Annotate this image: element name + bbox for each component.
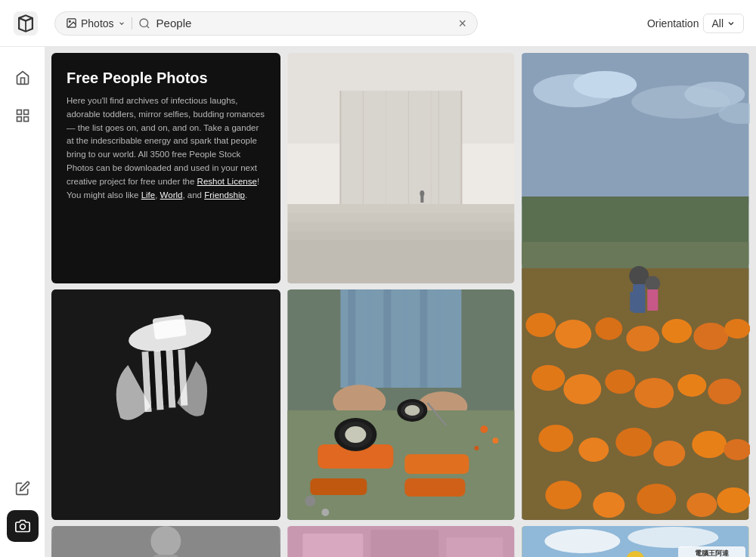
svg-point-30 bbox=[574, 71, 637, 98]
svg-point-64 bbox=[637, 484, 677, 514]
svg-point-105 bbox=[150, 526, 181, 556]
sidebar-item-home[interactable] bbox=[7, 62, 39, 94]
world-link[interactable]: World bbox=[160, 190, 183, 200]
svg-point-61 bbox=[724, 439, 750, 460]
svg-rect-110 bbox=[446, 537, 503, 557]
search-input[interactable] bbox=[156, 17, 453, 29]
sidebar-item-edit[interactable] bbox=[7, 472, 39, 504]
svg-point-100 bbox=[492, 438, 498, 444]
svg-point-56 bbox=[539, 425, 574, 452]
svg-point-113 bbox=[545, 529, 621, 553]
svg-point-44 bbox=[556, 320, 592, 348]
orientation-select[interactable]: All bbox=[703, 14, 744, 33]
search-bar: Photos × bbox=[54, 11, 478, 36]
svg-point-47 bbox=[662, 319, 692, 343]
svg-point-95 bbox=[345, 426, 366, 443]
svg-rect-96 bbox=[404, 454, 469, 474]
watchmaker-image[interactable] bbox=[287, 289, 516, 520]
svg-point-102 bbox=[305, 496, 315, 506]
svg-point-25 bbox=[420, 190, 424, 196]
svg-point-99 bbox=[480, 425, 488, 433]
life-link[interactable]: Life bbox=[141, 190, 156, 200]
svg-point-54 bbox=[678, 374, 707, 397]
orientation-label: Orientation bbox=[647, 17, 699, 29]
info-card-body: Here you'll find archives of infectious … bbox=[67, 94, 265, 203]
svg-rect-78 bbox=[340, 289, 461, 388]
svg-rect-22 bbox=[287, 222, 514, 231]
svg-rect-42 bbox=[648, 289, 658, 311]
svg-rect-108 bbox=[302, 534, 363, 557]
sidebar-item-camera[interactable] bbox=[7, 510, 39, 542]
pink-building-image[interactable] bbox=[287, 526, 516, 557]
svg-rect-21 bbox=[287, 213, 514, 222]
orientation-filter: Orientation All bbox=[647, 14, 744, 33]
svg-point-49 bbox=[725, 319, 750, 339]
svg-point-53 bbox=[635, 378, 674, 408]
svg-point-90 bbox=[404, 405, 420, 416]
svg-point-45 bbox=[596, 317, 623, 340]
svg-point-9 bbox=[20, 525, 25, 530]
svg-rect-39 bbox=[631, 292, 638, 311]
pumpkin-field-image[interactable] bbox=[521, 53, 750, 520]
svg-point-3 bbox=[140, 19, 148, 27]
friendship-link[interactable]: Friendship bbox=[204, 190, 245, 200]
svg-point-46 bbox=[627, 326, 660, 351]
svg-line-4 bbox=[147, 26, 149, 28]
svg-rect-40 bbox=[638, 292, 646, 311]
svg-point-55 bbox=[708, 379, 742, 404]
sidebar bbox=[0, 47, 45, 557]
architecture-image[interactable] bbox=[287, 53, 516, 283]
svg-rect-26 bbox=[420, 196, 423, 203]
grey-person-image[interactable] bbox=[51, 526, 280, 557]
svg-point-103 bbox=[321, 509, 329, 516]
search-type-label: Photos bbox=[81, 17, 114, 29]
bw-figure-image[interactable] bbox=[51, 289, 280, 520]
svg-point-57 bbox=[579, 438, 609, 462]
svg-point-43 bbox=[526, 313, 556, 337]
svg-point-48 bbox=[694, 323, 729, 350]
info-card-title: Free People Photos bbox=[67, 70, 265, 87]
svg-point-114 bbox=[628, 527, 719, 548]
svg-point-59 bbox=[654, 441, 686, 466]
svg-rect-109 bbox=[370, 530, 438, 557]
svg-rect-23 bbox=[287, 231, 514, 240]
yellow-figure-image[interactable]: 電腦王阿達 http://www.kocpc.com.tw bbox=[521, 526, 750, 557]
sidebar-item-collections[interactable] bbox=[7, 100, 39, 132]
svg-point-41 bbox=[646, 276, 661, 291]
search-icon bbox=[138, 17, 150, 29]
svg-rect-28 bbox=[522, 53, 749, 204]
header: Photos × Orientation All bbox=[0, 0, 756, 47]
svg-point-63 bbox=[593, 492, 625, 518]
svg-point-66 bbox=[717, 487, 750, 513]
svg-rect-24 bbox=[287, 240, 514, 283]
svg-point-62 bbox=[546, 481, 582, 509]
info-card: Free People Photos Here you'll find arch… bbox=[51, 53, 280, 283]
svg-point-50 bbox=[532, 365, 565, 391]
logo[interactable] bbox=[12, 10, 39, 37]
orientation-value: All bbox=[711, 17, 723, 29]
svg-rect-7 bbox=[17, 117, 21, 122]
clear-search-button[interactable]: × bbox=[458, 17, 466, 30]
svg-point-51 bbox=[564, 374, 602, 404]
svg-point-2 bbox=[69, 20, 70, 22]
svg-rect-69 bbox=[152, 314, 186, 340]
svg-point-101 bbox=[474, 446, 479, 450]
svg-rect-5 bbox=[17, 110, 21, 115]
svg-point-52 bbox=[606, 370, 636, 394]
search-type-button[interactable]: Photos bbox=[66, 17, 132, 29]
svg-rect-6 bbox=[23, 110, 28, 115]
reshot-license-link[interactable]: Reshot License bbox=[197, 177, 257, 186]
main-content: Free People Photos Here you'll find arch… bbox=[45, 47, 756, 557]
svg-rect-20 bbox=[287, 204, 514, 213]
svg-point-60 bbox=[692, 431, 727, 458]
svg-rect-8 bbox=[23, 117, 28, 122]
svg-point-65 bbox=[687, 493, 717, 517]
svg-rect-98 bbox=[310, 478, 367, 495]
svg-point-58 bbox=[616, 428, 652, 456]
svg-rect-97 bbox=[404, 478, 465, 497]
